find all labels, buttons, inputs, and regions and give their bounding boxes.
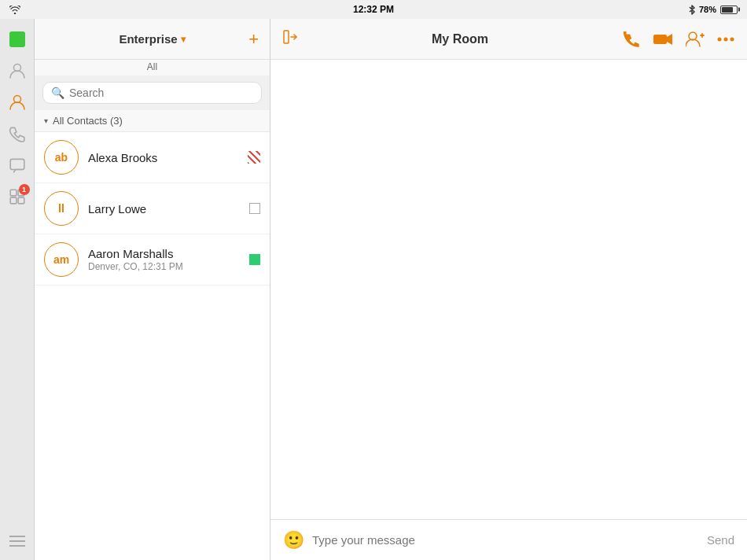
svg-point-1 bbox=[13, 96, 20, 103]
nav-home-icon[interactable] bbox=[3, 25, 31, 53]
nav-messages-icon[interactable] bbox=[3, 151, 31, 179]
sidebar-title: Enterprise bbox=[119, 32, 177, 46]
status-bar-left bbox=[9, 6, 20, 14]
phone-nav-icon bbox=[9, 125, 26, 142]
contact-item-alexa-brooks[interactable]: ab Alexa Brooks bbox=[35, 132, 270, 183]
svg-rect-5 bbox=[10, 197, 17, 204]
battery-percent: 78% bbox=[699, 5, 716, 14]
contact-name-aaron-marshalls: Aaron Marshalls bbox=[88, 247, 240, 260]
nav-apps-icon[interactable]: 1 bbox=[3, 182, 31, 211]
app-container: 1 Enterprise ▾ + All 🔍 bbox=[0, 19, 747, 560]
contacts-section-header: ▾ All Contacts (3) bbox=[35, 110, 270, 132]
svg-point-0 bbox=[13, 64, 20, 72]
contacts-list: ab Alexa Brooks ll Larry Lowe bbox=[35, 132, 270, 560]
collapse-icon[interactable]: ▾ bbox=[44, 116, 48, 125]
contact-info-aaron-marshalls: Aaron Marshalls Denver, CO, 12:31 PM bbox=[88, 247, 240, 272]
contact-name-larry-lowe: Larry Lowe bbox=[88, 202, 240, 216]
chat-header-actions bbox=[623, 31, 734, 48]
green-square-icon bbox=[9, 31, 25, 47]
contact-info-alexa-brooks: Alexa Brooks bbox=[88, 151, 238, 164]
svg-rect-3 bbox=[10, 190, 17, 196]
search-input[interactable] bbox=[69, 87, 253, 99]
sidebar-tab[interactable]: All bbox=[35, 60, 270, 76]
avatar-alexa-brooks: ab bbox=[44, 140, 79, 175]
nav-rail: 1 bbox=[0, 19, 35, 560]
status-online-icon bbox=[249, 254, 260, 265]
nav-directory-icon[interactable] bbox=[3, 88, 31, 116]
status-bar-right: 78% bbox=[689, 5, 738, 15]
bluetooth-icon bbox=[689, 5, 695, 15]
search-input-wrap: 🔍 bbox=[42, 82, 262, 104]
chat-message-input[interactable] bbox=[312, 533, 699, 547]
contact-item-aaron-marshalls[interactable]: am Aaron Marshalls Denver, CO, 12:31 PM bbox=[35, 234, 270, 286]
sidebar-header: Enterprise ▾ + bbox=[35, 19, 270, 60]
status-bar: 12:32 PM 78% bbox=[0, 0, 747, 19]
send-button[interactable]: Send bbox=[707, 533, 734, 547]
contact-info-larry-lowe: Larry Lowe bbox=[88, 202, 240, 216]
more-options-button[interactable] bbox=[717, 37, 734, 42]
contact-name-alexa-brooks: Alexa Brooks bbox=[88, 151, 238, 164]
collapse-sidebar-button[interactable] bbox=[283, 30, 297, 48]
collapse-icon bbox=[283, 30, 297, 44]
svg-marker-13 bbox=[667, 34, 672, 45]
battery-icon bbox=[720, 6, 738, 14]
avatar-larry-lowe: ll bbox=[44, 191, 79, 226]
sidebar: Enterprise ▾ + All 🔍 ▾ All Contacts (3) … bbox=[35, 19, 270, 560]
wifi-icon bbox=[9, 6, 20, 14]
status-busy-icon bbox=[248, 151, 260, 164]
battery-fill bbox=[722, 7, 733, 13]
svg-point-17 bbox=[718, 37, 722, 41]
contact-sub-aaron-marshalls: Denver, CO, 12:31 PM bbox=[88, 261, 240, 272]
svg-rect-10 bbox=[284, 31, 289, 43]
chat-header: My Room bbox=[270, 19, 747, 60]
hamburger-icon bbox=[9, 535, 25, 547]
svg-point-18 bbox=[724, 37, 728, 41]
contact-item-larry-lowe[interactable]: ll Larry Lowe bbox=[35, 183, 270, 234]
contacts-section-label: All Contacts (3) bbox=[53, 115, 123, 127]
svg-rect-12 bbox=[653, 35, 667, 44]
add-contact-button[interactable]: + bbox=[248, 31, 259, 48]
emoji-button[interactable]: 🙂 bbox=[283, 530, 304, 551]
status-bar-time: 12:32 PM bbox=[353, 4, 394, 15]
nav-contacts-icon[interactable] bbox=[3, 57, 31, 85]
message-icon bbox=[9, 157, 26, 174]
nav-menu-icon[interactable] bbox=[9, 535, 25, 551]
person-active-icon bbox=[9, 94, 26, 111]
add-person-button[interactable] bbox=[686, 31, 705, 47]
search-icon: 🔍 bbox=[51, 87, 64, 99]
chat-messages bbox=[270, 60, 747, 519]
person-icon bbox=[9, 62, 26, 79]
nav-calls-icon[interactable] bbox=[3, 120, 31, 148]
video-button[interactable] bbox=[653, 32, 673, 46]
chevron-down-icon: ▾ bbox=[181, 34, 186, 45]
avatar-aaron-marshalls: am bbox=[44, 242, 79, 277]
status-offline-icon bbox=[249, 203, 260, 214]
chat-title: My Room bbox=[307, 32, 613, 46]
svg-rect-6 bbox=[18, 197, 24, 204]
svg-point-19 bbox=[730, 37, 734, 41]
call-button[interactable] bbox=[623, 31, 640, 48]
svg-rect-2 bbox=[10, 159, 24, 169]
apps-badge: 1 bbox=[19, 184, 30, 195]
sidebar-title-wrap: Enterprise ▾ bbox=[119, 32, 185, 46]
search-bar: 🔍 bbox=[35, 76, 270, 110]
chat-input-bar: 🙂 Send bbox=[270, 519, 747, 560]
chat-area: My Room bbox=[270, 19, 747, 560]
